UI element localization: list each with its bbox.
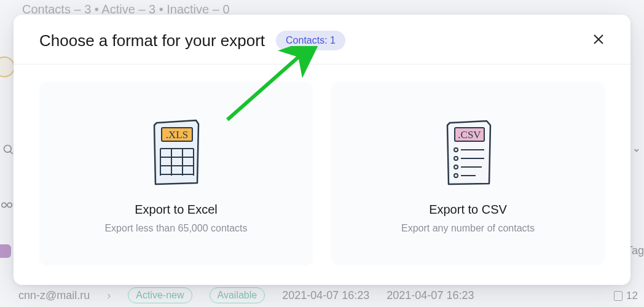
modal-body: .XLS Export to Excel Export less than 65…	[14, 64, 630, 285]
close-button[interactable]	[589, 31, 608, 50]
excel-card-subtitle: Export less than 65,000 contacts	[104, 223, 247, 234]
close-icon	[593, 33, 604, 49]
svg-text:.XLS: .XLS	[165, 129, 187, 141]
svg-text:.CSV: .CSV	[458, 129, 481, 141]
export-modal: Choose a format for your export Contacts…	[14, 15, 630, 285]
export-excel-card[interactable]: .XLS Export to Excel Export less than 65…	[39, 82, 313, 265]
export-csv-card[interactable]: .CSV Export to CSV Export any number of …	[331, 82, 605, 265]
excel-card-title: Export to Excel	[135, 203, 218, 217]
modal-title: Choose a format for your export	[39, 31, 265, 50]
xls-file-icon: .XLS	[147, 117, 206, 190]
csv-card-title: Export to CSV	[429, 203, 507, 217]
csv-card-subtitle: Export any number of contacts	[401, 223, 535, 234]
csv-file-icon: .CSV	[439, 117, 498, 190]
modal-header: Choose a format for your export Contacts…	[14, 15, 630, 64]
contacts-count-badge: Contacts: 1	[276, 31, 345, 50]
